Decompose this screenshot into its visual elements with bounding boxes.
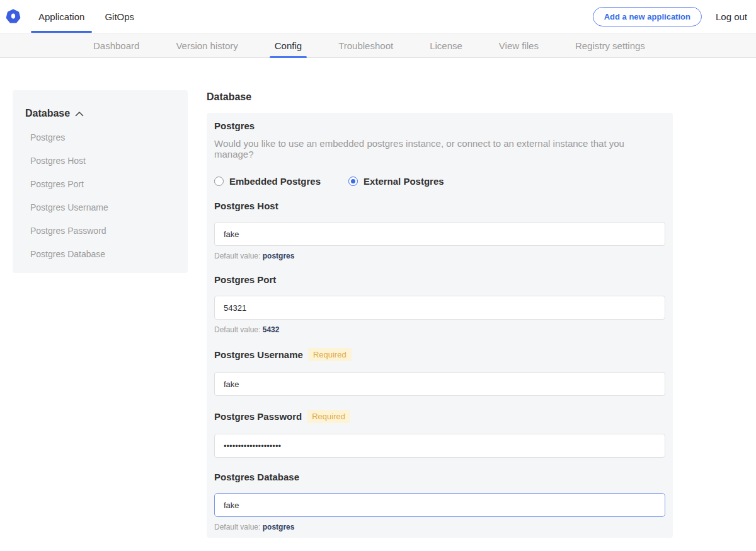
radio-embedded-postgres[interactable]: Embedded Postgres [214, 176, 321, 187]
default-value-note: Default value: postgres [214, 252, 665, 260]
postgres-database-input[interactable] [214, 493, 665, 517]
radio-circle-icon[interactable] [214, 177, 224, 186]
header-right: Add a new application Log out [593, 0, 756, 33]
postgres-type-radio-group: Embedded Postgres External Postgres [214, 176, 665, 187]
subnav-item-view-files[interactable]: View files [499, 33, 539, 57]
default-value: postgres [263, 523, 295, 531]
field-postgres-host: Postgres Host Default value: postgres [214, 200, 665, 260]
tab-gitops-label: GitOps [105, 11, 134, 22]
field-postgres-database: Postgres Database Default value: postgre… [214, 472, 665, 531]
sidebar-group-label: Database [25, 108, 70, 119]
app-header: Application GitOps Add a new application… [0, 0, 756, 33]
default-value: 5432 [263, 325, 280, 334]
page-title: Database [207, 91, 673, 103]
config-group-panel: Postgres Would you like to use an embedd… [207, 113, 673, 538]
tab-gitops[interactable]: GitOps [94, 0, 144, 33]
field-postgres-username: Postgres Username Required [214, 348, 665, 396]
default-value-note: Default value: 5432 [214, 325, 665, 334]
subnav-item-troubleshoot[interactable]: Troubleshoot [338, 33, 393, 57]
postgres-host-input[interactable] [214, 222, 665, 246]
field-postgres-port: Postgres Port Default value: 5432 [214, 274, 665, 334]
config-group-label: Postgres [214, 120, 665, 131]
default-value: postgres [263, 252, 295, 260]
required-badge: Required [307, 410, 350, 423]
postgres-password-input[interactable] [214, 434, 665, 458]
field-label: Postgres Port [214, 274, 276, 285]
field-label: Postgres Username [214, 349, 303, 360]
tab-application[interactable]: Application [28, 0, 94, 33]
subnav-item-config[interactable]: Config [275, 33, 302, 57]
field-label: Postgres Database [214, 472, 299, 482]
sidebar-item-postgres-database[interactable]: Postgres Database [25, 249, 175, 259]
field-label: Postgres Host [214, 200, 278, 211]
config-group-help: Would you like to use an embedded postgr… [214, 138, 665, 160]
chevron-up-icon [75, 108, 84, 119]
sidebar-item-postgres-port[interactable]: Postgres Port [25, 179, 175, 189]
add-application-button[interactable]: Add a new application [593, 7, 702, 26]
sidebar-item-postgres-username[interactable]: Postgres Username [25, 202, 175, 212]
config-main: Database Postgres Would you like to use … [207, 90, 673, 551]
content-area: Database Postgres Postgres Host Postgres… [0, 58, 756, 551]
sidebar-group-database[interactable]: Database [25, 108, 175, 119]
active-subnav-underline [270, 56, 307, 58]
header-tabs: Application GitOps [28, 0, 144, 33]
postgres-username-input[interactable] [214, 372, 665, 396]
radio-external-postgres[interactable]: External Postgres [348, 176, 444, 187]
radio-circle-icon[interactable] [348, 177, 358, 186]
subnav-item-version-history[interactable]: Version history [176, 33, 238, 57]
config-sidebar: Database Postgres Postgres Host Postgres… [13, 90, 188, 273]
sidebar-item-postgres-password[interactable]: Postgres Password [25, 226, 175, 236]
postgres-port-input[interactable] [214, 296, 665, 320]
tab-application-label: Application [38, 11, 84, 22]
subnav-item-registry-settings[interactable]: Registry settings [575, 33, 645, 57]
app-subnav: Dashboard Version history Config Trouble… [0, 33, 756, 58]
required-badge: Required [308, 348, 352, 361]
field-postgres-password: Postgres Password Required [214, 410, 665, 458]
subnav-item-dashboard[interactable]: Dashboard [93, 33, 139, 57]
sidebar-items: Postgres Postgres Host Postgres Port Pos… [25, 132, 175, 259]
sidebar-item-postgres[interactable]: Postgres [25, 132, 175, 142]
logout-button[interactable]: Log out [716, 11, 747, 22]
field-label: Postgres Password [214, 411, 302, 422]
app-logo-icon[interactable] [6, 9, 21, 24]
sidebar-item-postgres-host[interactable]: Postgres Host [25, 156, 175, 166]
active-tab-underline [31, 31, 92, 33]
subnav-item-license[interactable]: License [430, 33, 462, 57]
default-value-note: Default value: postgres [214, 523, 665, 531]
